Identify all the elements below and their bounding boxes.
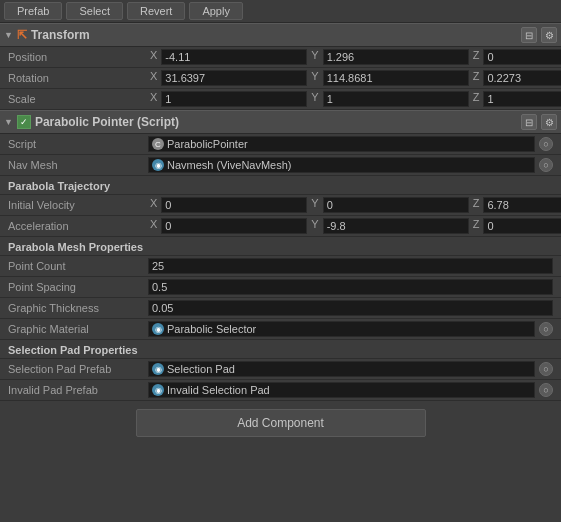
transform-section-header[interactable]: ▼ ⇱ Transform ⊟ ⚙ — [0, 23, 561, 47]
selection-pad-header: Selection Pad Properties — [0, 340, 561, 359]
position-label: Position — [8, 51, 148, 63]
inspector-content: ▼ ⇱ Transform ⊟ ⚙ Position X Y Z Rotatio… — [0, 23, 561, 445]
navmesh-circle-btn[interactable]: ○ — [539, 158, 553, 172]
rotation-row: Rotation X Y Z — [0, 68, 561, 89]
navmesh-value-container: ◉ Navmesh (ViveNavMesh) ○ — [148, 157, 553, 173]
point-spacing-input[interactable] — [148, 279, 553, 295]
iv-y-input[interactable] — [323, 197, 469, 213]
graphic-thickness-input[interactable] — [148, 300, 553, 316]
graphic-thickness-row: Graphic Thickness — [0, 298, 561, 319]
graphic-material-text: Parabolic Selector — [167, 323, 531, 335]
rot-z-label: Z — [471, 70, 482, 86]
rotation-xyz: X Y Z — [148, 70, 561, 86]
position-row: Position X Y Z — [0, 47, 561, 68]
acc-x-label: X — [148, 218, 159, 234]
initial-velocity-xyz: X Y Z — [148, 197, 561, 213]
scale-x-input[interactable] — [161, 91, 307, 107]
transform-page-icon[interactable]: ⊟ — [521, 27, 537, 43]
scale-x-label: X — [148, 91, 159, 107]
iv-y-label: Y — [309, 197, 320, 213]
acc-z-input[interactable] — [483, 218, 561, 234]
navmesh-text: Navmesh (ViveNavMesh) — [167, 159, 531, 171]
transform-triangle: ▼ — [4, 30, 13, 40]
pos-y-label: Y — [309, 49, 320, 65]
scale-z-input[interactable] — [483, 91, 561, 107]
position-x-input[interactable] — [161, 49, 307, 65]
selection-pad-prefab-field[interactable]: ◉ Selection Pad — [148, 361, 535, 377]
acceleration-row: Acceleration X Y Z — [0, 216, 561, 237]
point-spacing-value — [148, 279, 553, 295]
acceleration-xyz: X Y Z — [148, 218, 561, 234]
invalid-pad-prefab-row: Invalid Pad Prefab ◉ Invalid Selection P… — [0, 380, 561, 401]
transform-section-icons: ⊟ ⚙ — [521, 27, 557, 43]
rot-y-label: Y — [309, 70, 320, 86]
graphic-thickness-value — [148, 300, 553, 316]
point-spacing-row: Point Spacing — [0, 277, 561, 298]
graphic-material-value-container: ◉ Parabolic Selector ○ — [148, 321, 553, 337]
acc-x-input[interactable] — [161, 218, 307, 234]
navmesh-field[interactable]: ◉ Navmesh (ViveNavMesh) — [148, 157, 535, 173]
point-count-input[interactable] — [148, 258, 553, 274]
parabola-mesh-header: Parabola Mesh Properties — [0, 237, 561, 256]
graphic-material-row: Graphic Material ◉ Parabolic Selector ○ — [0, 319, 561, 340]
rot-x-label: X — [148, 70, 159, 86]
selection-pad-prefab-icon: ◉ — [152, 363, 164, 375]
revert-button[interactable]: Revert — [127, 2, 185, 20]
scale-z-label: Z — [471, 91, 482, 107]
parabolic-page-icon[interactable]: ⊟ — [521, 114, 537, 130]
invalid-pad-circle-btn[interactable]: ○ — [539, 383, 553, 397]
position-y-input[interactable] — [323, 49, 469, 65]
rotation-x-input[interactable] — [161, 70, 307, 86]
script-value-container: C ParabolicPointer ○ — [148, 136, 553, 152]
selection-pad-prefab-value-container: ◉ Selection Pad ○ — [148, 361, 553, 377]
graphic-material-circle-btn[interactable]: ○ — [539, 322, 553, 336]
rotation-z-input[interactable] — [483, 70, 561, 86]
parabolic-gear-icon[interactable]: ⚙ — [541, 114, 557, 130]
invalid-pad-prefab-value-container: ◉ Invalid Selection Pad ○ — [148, 382, 553, 398]
rotation-y-input[interactable] — [323, 70, 469, 86]
script-field[interactable]: C ParabolicPointer — [148, 136, 535, 152]
graphic-material-label: Graphic Material — [8, 323, 148, 335]
transform-gear-icon[interactable]: ⚙ — [541, 27, 557, 43]
script-label: Script — [8, 138, 148, 150]
selection-pad-prefab-text: Selection Pad — [167, 363, 531, 375]
parabolic-section-header[interactable]: ▼ ✓ Parabolic Pointer (Script) ⊟ ⚙ — [0, 110, 561, 134]
iv-x-label: X — [148, 197, 159, 213]
parabolic-section-icons: ⊟ ⚙ — [521, 114, 557, 130]
position-xyz: X Y Z — [148, 49, 561, 65]
iv-x-input[interactable] — [161, 197, 307, 213]
invalid-pad-prefab-label: Invalid Pad Prefab — [8, 384, 148, 396]
select-button[interactable]: Select — [66, 2, 123, 20]
transform-icon: ⇱ — [17, 28, 27, 42]
point-count-row: Point Count — [0, 256, 561, 277]
add-component-container: Add Component — [0, 401, 561, 445]
script-row: Script C ParabolicPointer ○ — [0, 134, 561, 155]
point-spacing-label: Point Spacing — [8, 281, 148, 293]
prefab-button[interactable]: Prefab — [4, 2, 62, 20]
acc-y-input[interactable] — [323, 218, 469, 234]
iv-z-input[interactable] — [483, 197, 561, 213]
selection-pad-circle-btn[interactable]: ○ — [539, 362, 553, 376]
scale-xyz: X Y Z — [148, 91, 561, 107]
selection-pad-prefab-label: Selection Pad Prefab — [8, 363, 148, 375]
graphic-material-field[interactable]: ◉ Parabolic Selector — [148, 321, 535, 337]
scale-y-label: Y — [309, 91, 320, 107]
parabolic-title: Parabolic Pointer (Script) — [35, 115, 517, 129]
transform-title: Transform — [31, 28, 517, 42]
selection-pad-prefab-row: Selection Pad Prefab ◉ Selection Pad ○ — [0, 359, 561, 380]
scale-label: Scale — [8, 93, 148, 105]
initial-velocity-row: Initial Velocity X Y Z — [0, 195, 561, 216]
initial-velocity-label: Initial Velocity — [8, 199, 148, 211]
acc-y-label: Y — [309, 218, 320, 234]
acceleration-label: Acceleration — [8, 220, 148, 232]
position-z-input[interactable] — [483, 49, 561, 65]
add-component-button[interactable]: Add Component — [136, 409, 426, 437]
script-circle-btn[interactable]: ○ — [539, 137, 553, 151]
invalid-pad-prefab-field[interactable]: ◉ Invalid Selection Pad — [148, 382, 535, 398]
script-text: ParabolicPointer — [167, 138, 531, 150]
scale-row: Scale X Y Z — [0, 89, 561, 110]
pos-x-label: X — [148, 49, 159, 65]
parabolic-enabled-checkbox[interactable]: ✓ — [17, 115, 31, 129]
apply-button[interactable]: Apply — [189, 2, 243, 20]
scale-y-input[interactable] — [323, 91, 469, 107]
